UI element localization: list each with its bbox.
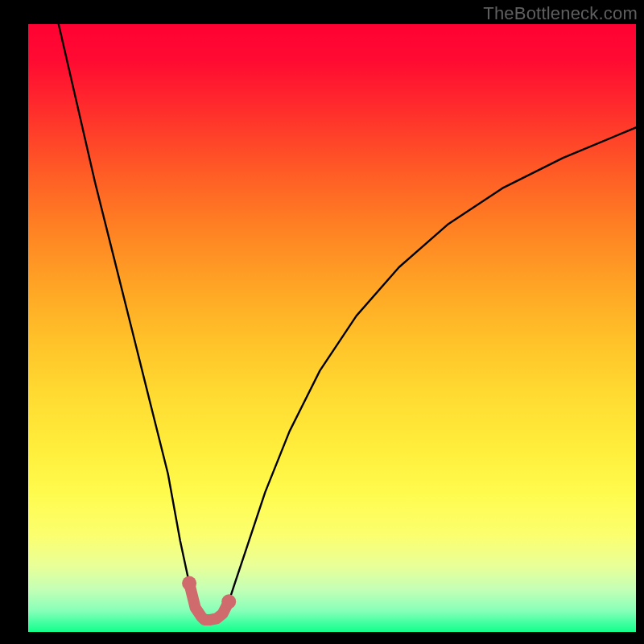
curve-layer <box>28 24 636 632</box>
plot-area <box>28 24 636 632</box>
svg-point-1 <box>221 594 236 609</box>
watermark-text: TheBottleneck.com <box>483 3 638 24</box>
bottleneck-curve <box>59 24 636 620</box>
chart-frame: TheBottleneck.com <box>0 0 644 644</box>
valley-highlight <box>182 576 236 620</box>
svg-point-0 <box>182 576 196 591</box>
